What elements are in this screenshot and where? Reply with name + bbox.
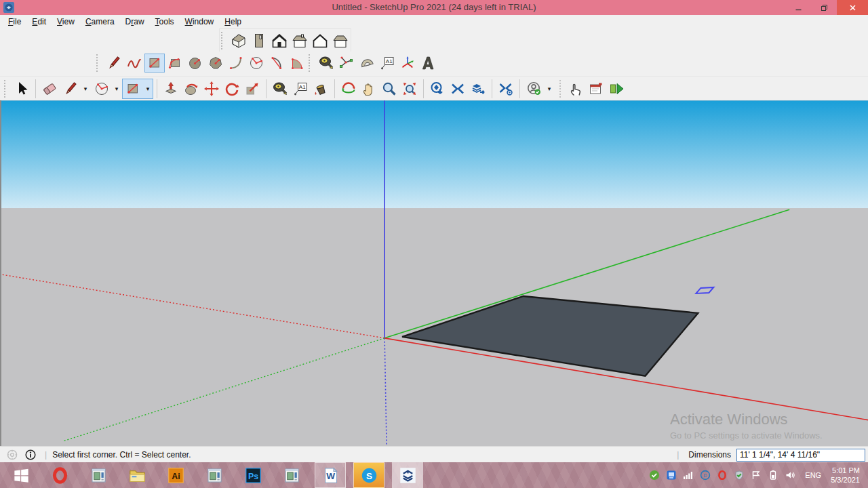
geolocation-icon[interactable] bbox=[6, 449, 18, 461]
taskbar-file-explorer-button[interactable] bbox=[121, 462, 153, 488]
view-left-button[interactable] bbox=[330, 31, 351, 50]
rotated-rectangle-button[interactable] bbox=[165, 54, 185, 73]
instructor-button[interactable] bbox=[586, 79, 606, 98]
zoom-button[interactable] bbox=[379, 79, 399, 98]
move-button[interactable] bbox=[201, 79, 222, 98]
text-button[interactable]: A1 bbox=[290, 79, 311, 98]
taskbar-clock[interactable]: 5:01 PM 5/3/2021 bbox=[831, 466, 860, 485]
view-right-icon bbox=[291, 32, 309, 49]
restore-button[interactable] bbox=[811, 0, 837, 15]
protractor-button[interactable] bbox=[357, 54, 377, 73]
tape-measure-button[interactable] bbox=[316, 54, 336, 73]
axes-button[interactable] bbox=[397, 54, 418, 73]
share-model-button[interactable] bbox=[448, 79, 468, 98]
taskbar-sketchup-button[interactable] bbox=[392, 462, 423, 488]
sign-in-caret-button[interactable]: ▾ bbox=[545, 79, 554, 98]
signal-icon[interactable] bbox=[683, 470, 694, 481]
follow-me-button[interactable] bbox=[181, 79, 201, 98]
arc-button[interactable] bbox=[226, 54, 246, 73]
line-button[interactable] bbox=[104, 54, 124, 73]
taskbar-generic-app-button[interactable] bbox=[276, 462, 307, 488]
taskbar-generic-app-button[interactable] bbox=[83, 462, 114, 488]
taskbar-skype-button[interactable]: S bbox=[353, 462, 384, 488]
three-d-text-button[interactable] bbox=[418, 54, 438, 73]
get-models-icon bbox=[429, 81, 446, 97]
hand-pointer-button[interactable] bbox=[566, 79, 586, 98]
toolbar-drag-handle[interactable] bbox=[309, 54, 313, 72]
dimensions-input[interactable] bbox=[736, 449, 865, 462]
language-indicator[interactable]: ENG bbox=[805, 471, 821, 479]
taskbar-photoshop-button[interactable]: Ps bbox=[237, 462, 269, 488]
menu-view[interactable]: View bbox=[52, 16, 80, 28]
view-iso-button[interactable] bbox=[229, 31, 249, 50]
battery-icon[interactable] bbox=[768, 470, 778, 481]
clock-date: 5/3/2021 bbox=[831, 475, 860, 485]
menu-camera[interactable]: Camera bbox=[80, 16, 120, 28]
pie-button[interactable] bbox=[92, 79, 112, 98]
rectangle-button[interactable] bbox=[144, 54, 165, 73]
taskbar-generic-app-button[interactable] bbox=[199, 462, 230, 488]
freehand-button[interactable] bbox=[124, 54, 144, 73]
minimize-button[interactable] bbox=[785, 0, 811, 15]
close-button[interactable] bbox=[837, 0, 868, 15]
info-icon[interactable] bbox=[24, 449, 37, 461]
two-point-arc-button[interactable] bbox=[267, 54, 287, 73]
zoom-extents-button[interactable] bbox=[399, 79, 420, 98]
view-right-button[interactable] bbox=[290, 31, 310, 50]
green-check-icon[interactable] bbox=[649, 470, 660, 481]
flag-icon[interactable] bbox=[751, 470, 762, 481]
toolbar-separator bbox=[266, 79, 267, 98]
extension-warehouse-button[interactable] bbox=[496, 79, 516, 98]
pie-caret-button[interactable]: ▾ bbox=[112, 79, 121, 98]
select-button[interactable] bbox=[12, 79, 32, 98]
speaker-icon[interactable] bbox=[785, 470, 795, 481]
taskbar-illustrator-button[interactable]: Ai bbox=[160, 462, 191, 488]
share-component-button[interactable] bbox=[468, 79, 488, 98]
sign-in-button[interactable] bbox=[524, 79, 545, 98]
get-models-button[interactable] bbox=[427, 79, 448, 98]
monitor-app-icon[interactable] bbox=[666, 470, 677, 481]
menu-window[interactable]: Window bbox=[180, 16, 220, 28]
scale-button[interactable] bbox=[242, 79, 262, 98]
menu-tools[interactable]: Tools bbox=[150, 16, 180, 28]
orbit-button[interactable] bbox=[338, 79, 359, 98]
eraser-button[interactable] bbox=[39, 79, 60, 98]
opera-mini-icon[interactable] bbox=[717, 470, 728, 481]
view-back-button[interactable] bbox=[310, 31, 330, 50]
rotate-button[interactable] bbox=[222, 79, 242, 98]
toolbar-drag-handle[interactable] bbox=[96, 54, 101, 72]
view-top-button[interactable] bbox=[249, 31, 269, 50]
taskbar-start-button[interactable] bbox=[5, 462, 37, 488]
circle-button[interactable] bbox=[185, 54, 205, 73]
polygon-button[interactable] bbox=[205, 54, 226, 73]
paint-bucket-button[interactable] bbox=[311, 79, 331, 98]
dimension-button[interactable] bbox=[336, 54, 357, 73]
tape-measure-button[interactable] bbox=[270, 79, 290, 98]
three-point-arc-button[interactable] bbox=[287, 54, 307, 73]
toolbar-drag-handle[interactable] bbox=[221, 32, 226, 49]
push-pull-button[interactable] bbox=[161, 79, 181, 98]
toolbar-drag-handle[interactable] bbox=[4, 80, 9, 98]
taskbar-word-button[interactable]: W bbox=[315, 462, 346, 488]
rectangle-caret-button[interactable]: ▾ bbox=[143, 79, 153, 98]
photoshop-icon: Ps bbox=[244, 466, 262, 485]
shield-check-icon[interactable] bbox=[734, 470, 745, 481]
line-button[interactable] bbox=[60, 79, 81, 98]
pan-button[interactable] bbox=[359, 79, 379, 98]
send-to-layout-button[interactable] bbox=[606, 79, 627, 98]
modeling-viewport[interactable]: Activate Windows Go to PC settings to ac… bbox=[0, 100, 868, 446]
menu-draw[interactable]: Draw bbox=[120, 16, 150, 28]
view-front-button[interactable] bbox=[269, 31, 290, 50]
window-title: Untitled - SketchUp Pro 2021 (24 days le… bbox=[0, 2, 868, 12]
menu-edit[interactable]: Edit bbox=[26, 16, 52, 28]
taskbar-opera-button[interactable] bbox=[44, 462, 75, 488]
menu-help[interactable]: Help bbox=[219, 16, 247, 28]
menu-file[interactable]: File bbox=[3, 16, 26, 28]
rectangle-button[interactable] bbox=[123, 79, 143, 98]
line-caret-button[interactable]: ▾ bbox=[81, 79, 90, 98]
text-button[interactable]: A1 bbox=[377, 54, 397, 73]
orbit-icon bbox=[340, 81, 357, 97]
pie-button[interactable] bbox=[246, 54, 267, 73]
dell-icon[interactable]: D bbox=[700, 470, 711, 481]
viewport-scene[interactable] bbox=[1, 100, 868, 446]
